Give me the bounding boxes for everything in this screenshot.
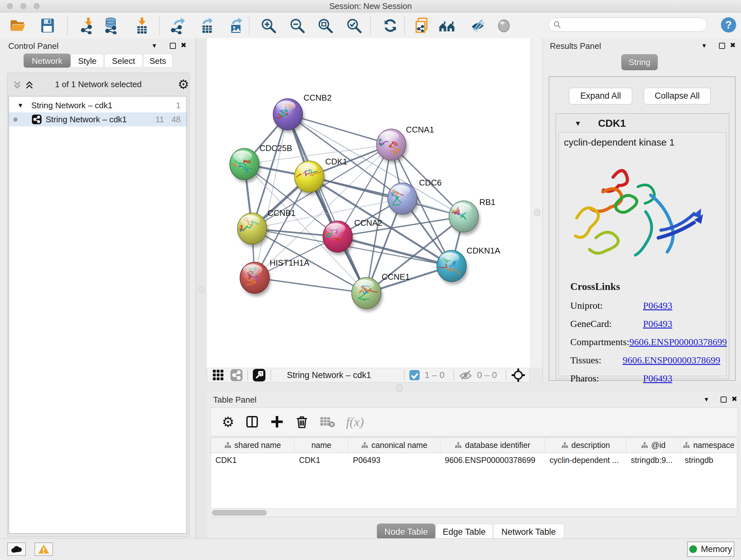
crosslink-link[interactable]: 9606.ENSP00000378699 (629, 336, 727, 348)
column-header-canonical-name[interactable]: canonical name (348, 438, 441, 453)
node-CCNE1[interactable] (352, 277, 383, 312)
crosslink-link[interactable]: P06493 (643, 318, 672, 329)
zoom-in-icon[interactable] (260, 17, 277, 34)
edge-HIST1H1A-CCNE1[interactable] (255, 278, 366, 293)
control-panel-float-icon[interactable] (170, 43, 176, 50)
horizontal-splitter-handle[interactable] (396, 384, 403, 392)
edge-CCNB2-HIST1H1A[interactable] (255, 114, 288, 278)
tab-network-table[interactable]: Network Table (493, 523, 564, 540)
tab-node-table[interactable]: Node Table (377, 523, 435, 540)
tab-sets[interactable]: Sets (143, 54, 173, 68)
tab-network[interactable]: Network (23, 54, 71, 68)
table-cell[interactable]: CDK1 (294, 453, 348, 467)
table-cell[interactable]: stringdb:9... (626, 453, 680, 467)
hide-graphics-details-icon[interactable] (469, 17, 486, 34)
column-header-@id[interactable]: @id (626, 438, 680, 453)
column-header-name[interactable]: name (294, 438, 348, 453)
hidden-eye-slash-icon[interactable] (459, 369, 473, 381)
column-header-description[interactable]: description (545, 438, 626, 453)
crosslink-link[interactable]: P06493 (643, 373, 672, 384)
node-CCNA1[interactable] (374, 129, 408, 163)
fit-content-crosshair-icon[interactable] (511, 368, 526, 382)
help-icon[interactable]: ? (720, 16, 737, 34)
results-panel-close-icon[interactable]: ✖ (730, 41, 736, 50)
expand-all-button[interactable]: Expand All (569, 88, 632, 105)
show-columns-icon[interactable] (245, 415, 259, 429)
birdseye-disabled-icon[interactable] (495, 17, 513, 34)
table-cell[interactable]: CDK1 (211, 453, 294, 467)
table-cell[interactable]: 9606.ENSP00000378699 (441, 453, 545, 467)
crosslink-link[interactable]: P06493 (643, 300, 672, 311)
search-field[interactable] (548, 17, 707, 32)
network-options-gear-icon[interactable]: ⚙ (178, 77, 189, 91)
disclosure-triangle-icon[interactable]: ▼ (17, 102, 23, 109)
tab-edge-table[interactable]: Edge Table (435, 523, 493, 540)
section-disclosure-icon[interactable]: ▼ (575, 119, 582, 128)
left-splitter-handle[interactable] (198, 286, 205, 293)
show-all-windows-icon[interactable] (438, 17, 455, 34)
collapse-all-button[interactable]: Collapse All (644, 88, 711, 105)
control-panel-menu-icon[interactable]: ▾ (152, 42, 156, 50)
control-panel-close-icon[interactable]: ✖ (181, 41, 186, 50)
save-session-icon[interactable] (39, 17, 56, 34)
node-CDKN1A[interactable] (432, 250, 468, 285)
results-panel-float-icon[interactable] (719, 43, 725, 50)
table-panel-menu-icon[interactable]: ▾ (704, 395, 708, 403)
column-header-shared-name[interactable]: shared name (211, 438, 294, 453)
delete-column-icon[interactable] (295, 415, 309, 429)
tree-row-network[interactable]: String Network – cdk1 11 48 (9, 112, 186, 126)
node-CDC25B[interactable] (225, 148, 261, 183)
results-panel-menu-icon[interactable]: ▾ (702, 42, 706, 50)
table-cell[interactable]: cyclin-dependent ... (545, 453, 626, 467)
cloud-button[interactable] (7, 543, 26, 556)
column-header-namespace[interactable]: namespace (680, 438, 738, 453)
import-network-database-icon[interactable] (103, 17, 120, 34)
add-column-icon[interactable] (270, 415, 284, 429)
grid-view-icon[interactable] (212, 369, 224, 381)
network-graph[interactable]: CCNB2CCNA1CDC25BCDK1CDC6RB1CCNB1CCNA2CDK… (207, 38, 542, 368)
tab-select[interactable]: Select (104, 54, 143, 68)
export-image-icon[interactable] (227, 17, 245, 34)
table-hscrollbar[interactable] (211, 508, 737, 517)
right-splitter-handle[interactable] (534, 209, 541, 216)
zoom-fit-icon[interactable] (317, 17, 334, 34)
import-network-file-icon[interactable] (80, 17, 97, 34)
open-session-icon[interactable] (9, 17, 26, 34)
node-CCNA2[interactable] (321, 221, 354, 255)
crosslink-link[interactable]: 9606.ENSP00000378699 (623, 355, 720, 366)
tree-row-collection[interactable]: ▼ String Network – cdk1 1 (9, 98, 186, 112)
node-HIST1H1A[interactable] (240, 262, 271, 296)
warning-button[interactable] (35, 543, 53, 556)
column-header-database-identifier[interactable]: database identifier (441, 438, 545, 453)
detach-view-icon[interactable] (253, 368, 266, 382)
network-canvas[interactable]: CCNB2CCNA1CDC25BCDK1CDC6RB1CCNB1CCNA2CDK… (207, 38, 542, 368)
search-input[interactable] (564, 20, 702, 29)
table-cell[interactable]: stringdb (680, 453, 738, 467)
tab-style[interactable]: Style (71, 54, 104, 68)
node-RB1[interactable] (449, 201, 480, 235)
function-builder-icon[interactable]: f(x) (346, 415, 364, 429)
export-network-icon[interactable] (170, 17, 187, 34)
memory-button[interactable]: Memory (687, 542, 734, 557)
table-options-gear-icon[interactable]: ⚙ (222, 414, 234, 430)
table-hscrollbar-thumb[interactable] (212, 510, 267, 516)
tab-string[interactable]: String (621, 54, 658, 70)
share-view-icon[interactable] (230, 369, 243, 381)
export-table-icon[interactable] (199, 17, 216, 34)
right-splitter[interactable] (530, 38, 543, 368)
edge-CCNA2-CDKN1A[interactable] (338, 237, 452, 266)
node-CDK1[interactable] (293, 161, 326, 195)
node-CCNB2[interactable] (273, 99, 304, 133)
table-panel-float-icon[interactable] (721, 396, 727, 404)
import-table-file-icon[interactable] (133, 17, 151, 34)
status-separator (454, 370, 454, 381)
zoom-selected-icon[interactable] (345, 17, 362, 34)
open-in-cybrowser-icon[interactable] (414, 17, 431, 34)
left-splitter[interactable] (196, 38, 207, 538)
refresh-icon[interactable] (382, 17, 399, 34)
selected-checkbox-icon[interactable] (409, 370, 420, 381)
delete-table-icon[interactable] (320, 415, 335, 428)
table-panel-close-icon[interactable]: ✖ (731, 395, 737, 403)
table-cell[interactable]: P06493 (348, 453, 441, 467)
zoom-out-icon[interactable] (288, 17, 306, 34)
